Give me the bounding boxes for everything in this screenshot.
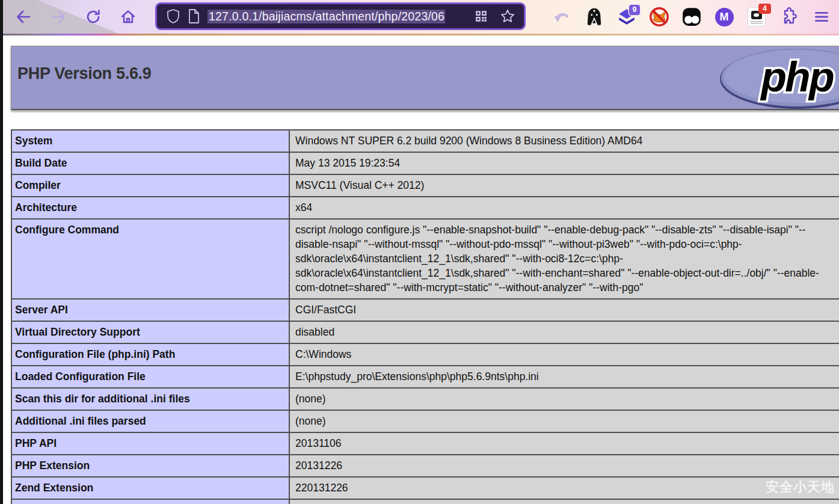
row-value: 220131226 (289, 477, 839, 499)
blocked-fox-icon (648, 6, 670, 28)
table-row: SystemWindows NT SUPER 6.2 build 9200 (W… (11, 130, 839, 152)
row-value (289, 499, 839, 504)
home-button[interactable] (118, 7, 138, 27)
table-row: Virtual Directory Supportdisabled (11, 321, 839, 343)
watermark: 安全小天地 (766, 478, 835, 496)
row-value: C:\Windows (289, 343, 839, 366)
notification-extension-button[interactable]: 4 (746, 6, 767, 28)
page-info-icon[interactable] (183, 7, 204, 25)
table-row: Zend Extension220131226 (11, 477, 839, 499)
row-value: disabled (289, 321, 839, 343)
row-value: Windows NT SUPER 6.2 build 9200 (Windows… (289, 130, 839, 152)
row-label: Virtual Directory Support (11, 321, 289, 343)
hoodie-hacker-icon (584, 7, 604, 27)
extension-button-group: 9 M 4 (551, 0, 832, 34)
row-value: CGI/FastCGI (289, 299, 839, 321)
shield-icon[interactable] (163, 7, 183, 25)
row-value: (none) (289, 388, 839, 410)
row-value: 20131226 (289, 455, 839, 477)
php-info-table: SystemWindows NT SUPER 6.2 build 9200 (W… (11, 129, 839, 504)
screen-edge-strip (0, 0, 3, 504)
menu-button[interactable] (811, 6, 832, 28)
qr-code-icon[interactable] (471, 7, 491, 25)
url-bar[interactable]: 127.0.0.1/baijiacms/attachment/php/2023/… (155, 2, 526, 30)
row-value: MSVC11 (Visual C++ 2012) (289, 174, 839, 197)
eyes-extension-button[interactable] (681, 6, 702, 28)
forward-arrow-icon (50, 8, 67, 25)
layers-extension-button[interactable]: 9 (616, 6, 638, 28)
back-button[interactable] (13, 7, 34, 27)
blocked-metamask-button[interactable] (648, 6, 670, 28)
row-label: Configure Command (11, 219, 289, 299)
row-label: Server API (11, 299, 289, 321)
reload-icon (85, 8, 102, 25)
undo-arrow-icon (552, 7, 571, 26)
puzzle-piece-icon (779, 7, 799, 26)
row-label: Configuration File (php.ini) Path (11, 343, 289, 366)
row-label: Build Date (11, 152, 289, 174)
row-label: PHP API (11, 432, 289, 455)
forward-button[interactable] (48, 7, 69, 27)
row-value: 20131106 (289, 432, 839, 455)
home-icon (120, 8, 137, 25)
m-circle-icon: M (715, 8, 734, 26)
hacker-extension-button[interactable] (583, 6, 605, 28)
two-eyes-icon (681, 7, 702, 27)
table-row: PHP API20131106 (11, 432, 839, 455)
reload-button[interactable] (83, 7, 103, 27)
table-row: Build DateMay 13 2015 19:23:54 (11, 152, 839, 174)
row-value: x64 (289, 197, 839, 219)
undo-history-button[interactable] (551, 6, 573, 28)
nav-button-group (13, 0, 138, 34)
table-row: Additional .ini files parsed(none) (11, 410, 839, 432)
row-label (11, 499, 289, 504)
url-selected-text: 127.0.0.1/baijiacms/attachment/php/2023/… (207, 10, 445, 23)
layers-badge: 9 (629, 5, 640, 15)
table-row: Configuration File (php.ini) PathC:\Wind… (11, 343, 839, 366)
row-value: May 13 2015 19:23:54 (289, 152, 839, 174)
php-version-header: PHP Version 5.6.9 php (11, 46, 839, 110)
bookmark-star-icon[interactable] (497, 7, 518, 25)
row-value: (none) (289, 410, 839, 432)
row-value: cscript /nologo configure.js "--enable-s… (289, 219, 839, 299)
table-row: Server APICGI/FastCGI (11, 299, 839, 321)
m-account-button[interactable]: M (713, 6, 735, 28)
svg-text:php: php (760, 54, 834, 100)
table-row: PHP Extension20131226 (11, 455, 839, 477)
row-label: Loaded Configuration File (11, 366, 289, 388)
page-title: PHP Version 5.6.9 (11, 64, 152, 83)
back-arrow-icon (15, 8, 32, 25)
row-label: Zend Extension (11, 477, 289, 499)
row-label: Compiler (11, 174, 289, 197)
address-input[interactable]: 127.0.0.1/baijiacms/attachment/php/2023/… (207, 10, 469, 23)
row-label: PHP Extension (11, 455, 289, 477)
table-row: Configure Commandcscript /nologo configu… (11, 219, 839, 299)
row-label: System (11, 130, 289, 152)
phpinfo-page: PHP Version 5.6.9 php SystemWindows NT S… (0, 35, 839, 504)
table-row (11, 499, 839, 504)
table-row: Scan this dir for additional .ini files(… (11, 388, 839, 410)
extensions-button[interactable] (778, 6, 800, 28)
table-row: Architecturex64 (11, 197, 839, 219)
table-row: Loaded Configuration FileE:\phpstudy_pro… (11, 366, 839, 388)
notification-badge: 4 (758, 4, 771, 14)
row-label: Scan this dir for additional .ini files (11, 388, 289, 410)
php-info-table-body: SystemWindows NT SUPER 6.2 build 9200 (W… (11, 130, 839, 504)
row-value: E:\phpstudy_pro\Extensions\php\php5.6.9n… (289, 366, 839, 388)
table-row: CompilerMSVC11 (Visual C++ 2012) (11, 174, 839, 197)
row-label: Architecture (11, 197, 289, 219)
hamburger-menu-icon (813, 8, 831, 26)
php-logo[interactable]: php (716, 46, 839, 112)
row-label: Additional .ini files parsed (11, 410, 289, 432)
browser-toolbar: 127.0.0.1/baijiacms/attachment/php/2023/… (0, 0, 839, 34)
